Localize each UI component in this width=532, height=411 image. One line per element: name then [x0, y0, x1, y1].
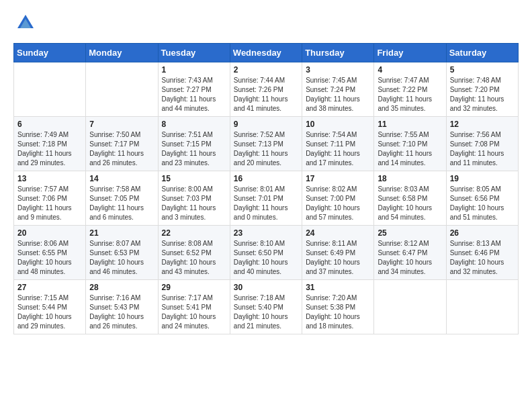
day-info: Sunrise: 7:55 AM Sunset: 7:10 PM Dayligh…: [378, 130, 442, 168]
calendar-cell: 14Sunrise: 7:58 AM Sunset: 7:05 PM Dayli…: [86, 171, 158, 226]
calendar-cell: 13Sunrise: 7:57 AM Sunset: 7:06 PM Dayli…: [14, 171, 86, 226]
page-header: [13, 13, 519, 32]
day-number: 26: [450, 228, 515, 238]
column-header-friday: Friday: [374, 44, 446, 62]
day-info: Sunrise: 7:15 AM Sunset: 5:44 PM Dayligh…: [17, 293, 82, 331]
calendar-table: SundayMondayTuesdayWednesdayThursdayFrid…: [13, 43, 519, 334]
day-info: Sunrise: 7:47 AM Sunset: 7:22 PM Dayligh…: [378, 76, 442, 113]
calendar-cell: 20Sunrise: 8:06 AM Sunset: 6:55 PM Dayli…: [14, 226, 86, 280]
day-number: 25: [378, 228, 442, 238]
day-number: 29: [162, 283, 226, 292]
day-info: Sunrise: 7:18 AM Sunset: 5:40 PM Dayligh…: [234, 293, 298, 331]
column-header-monday: Monday: [86, 44, 158, 62]
day-info: Sunrise: 7:54 AM Sunset: 7:11 PM Dayligh…: [306, 130, 370, 168]
calendar-cell: 4Sunrise: 7:47 AM Sunset: 7:22 PM Daylig…: [374, 62, 446, 117]
day-number: 10: [306, 120, 370, 129]
day-number: 17: [306, 174, 370, 183]
day-info: Sunrise: 8:01 AM Sunset: 7:01 PM Dayligh…: [234, 185, 298, 222]
calendar-week-row: 20Sunrise: 8:06 AM Sunset: 6:55 PM Dayli…: [14, 226, 519, 280]
calendar-cell: 26Sunrise: 8:13 AM Sunset: 6:46 PM Dayli…: [446, 226, 518, 280]
day-number: 19: [450, 174, 515, 183]
calendar-cell: 19Sunrise: 8:05 AM Sunset: 6:56 PM Dayli…: [446, 171, 518, 226]
day-info: Sunrise: 7:56 AM Sunset: 7:08 PM Dayligh…: [450, 130, 515, 168]
logo: [13, 13, 35, 32]
day-info: Sunrise: 8:07 AM Sunset: 6:53 PM Dayligh…: [89, 239, 154, 277]
day-info: Sunrise: 7:48 AM Sunset: 7:20 PM Dayligh…: [450, 76, 515, 113]
calendar-cell: 22Sunrise: 8:08 AM Sunset: 6:52 PM Dayli…: [158, 226, 230, 280]
day-number: 9: [234, 120, 298, 129]
calendar-cell: [374, 280, 446, 334]
calendar-cell: 15Sunrise: 8:00 AM Sunset: 7:03 PM Dayli…: [158, 171, 230, 226]
day-info: Sunrise: 8:03 AM Sunset: 6:58 PM Dayligh…: [378, 185, 442, 222]
day-info: Sunrise: 7:17 AM Sunset: 5:41 PM Dayligh…: [162, 293, 226, 331]
day-info: Sunrise: 8:10 AM Sunset: 6:50 PM Dayligh…: [234, 239, 298, 277]
day-number: 20: [17, 228, 82, 238]
day-number: 12: [450, 120, 515, 129]
calendar-cell: 11Sunrise: 7:55 AM Sunset: 7:10 PM Dayli…: [374, 117, 446, 171]
day-number: 24: [306, 228, 370, 238]
day-number: 3: [306, 65, 370, 75]
day-number: 6: [17, 120, 82, 129]
column-header-wednesday: Wednesday: [230, 44, 302, 62]
calendar-cell: 27Sunrise: 7:15 AM Sunset: 5:44 PM Dayli…: [14, 280, 86, 334]
calendar-cell: 21Sunrise: 8:07 AM Sunset: 6:53 PM Dayli…: [86, 226, 158, 280]
calendar-cell: 24Sunrise: 8:11 AM Sunset: 6:49 PM Dayli…: [302, 226, 374, 280]
day-number: 18: [378, 174, 442, 183]
calendar-cell: [86, 62, 158, 117]
day-number: 7: [89, 120, 154, 129]
day-info: Sunrise: 8:00 AM Sunset: 7:03 PM Dayligh…: [162, 185, 226, 222]
calendar-week-row: 27Sunrise: 7:15 AM Sunset: 5:44 PM Dayli…: [14, 280, 519, 334]
day-number: 13: [17, 174, 82, 183]
calendar-cell: 12Sunrise: 7:56 AM Sunset: 7:08 PM Dayli…: [446, 117, 518, 171]
calendar-cell: [446, 280, 518, 334]
column-header-saturday: Saturday: [446, 44, 518, 62]
day-info: Sunrise: 7:52 AM Sunset: 7:13 PM Dayligh…: [234, 130, 298, 168]
calendar-cell: 23Sunrise: 8:10 AM Sunset: 6:50 PM Dayli…: [230, 226, 302, 280]
calendar-cell: 18Sunrise: 8:03 AM Sunset: 6:58 PM Dayli…: [374, 171, 446, 226]
day-info: Sunrise: 7:43 AM Sunset: 7:27 PM Dayligh…: [162, 76, 226, 113]
calendar-cell: 5Sunrise: 7:48 AM Sunset: 7:20 PM Daylig…: [446, 62, 518, 117]
calendar-cell: 25Sunrise: 8:12 AM Sunset: 6:47 PM Dayli…: [374, 226, 446, 280]
day-number: 30: [234, 283, 298, 292]
logo-icon: [16, 13, 35, 32]
day-number: 4: [378, 65, 442, 75]
day-number: 16: [234, 174, 298, 183]
calendar-cell: 28Sunrise: 7:16 AM Sunset: 5:43 PM Dayli…: [86, 280, 158, 334]
day-info: Sunrise: 8:13 AM Sunset: 6:46 PM Dayligh…: [450, 239, 515, 277]
day-info: Sunrise: 7:45 AM Sunset: 7:24 PM Dayligh…: [306, 76, 370, 113]
day-number: 28: [89, 283, 154, 292]
day-number: 1: [162, 65, 226, 75]
day-number: 11: [378, 120, 442, 129]
calendar-cell: 3Sunrise: 7:45 AM Sunset: 7:24 PM Daylig…: [302, 62, 374, 117]
day-info: Sunrise: 8:12 AM Sunset: 6:47 PM Dayligh…: [378, 239, 442, 277]
column-header-sunday: Sunday: [14, 44, 86, 62]
calendar-cell: 10Sunrise: 7:54 AM Sunset: 7:11 PM Dayli…: [302, 117, 374, 171]
day-info: Sunrise: 7:57 AM Sunset: 7:06 PM Dayligh…: [17, 185, 82, 222]
day-number: 31: [306, 283, 370, 292]
calendar-cell: 29Sunrise: 7:17 AM Sunset: 5:41 PM Dayli…: [158, 280, 230, 334]
calendar-cell: 9Sunrise: 7:52 AM Sunset: 7:13 PM Daylig…: [230, 117, 302, 171]
column-header-tuesday: Tuesday: [158, 44, 230, 62]
day-info: Sunrise: 8:08 AM Sunset: 6:52 PM Dayligh…: [162, 239, 226, 277]
calendar-cell: [14, 62, 86, 117]
day-info: Sunrise: 7:58 AM Sunset: 7:05 PM Dayligh…: [89, 185, 154, 222]
calendar-cell: 30Sunrise: 7:18 AM Sunset: 5:40 PM Dayli…: [230, 280, 302, 334]
day-number: 27: [17, 283, 82, 292]
day-info: Sunrise: 8:05 AM Sunset: 6:56 PM Dayligh…: [450, 185, 515, 222]
day-info: Sunrise: 7:44 AM Sunset: 7:26 PM Dayligh…: [234, 76, 298, 113]
calendar-week-row: 13Sunrise: 7:57 AM Sunset: 7:06 PM Dayli…: [14, 171, 519, 226]
day-info: Sunrise: 8:11 AM Sunset: 6:49 PM Dayligh…: [306, 239, 370, 277]
day-info: Sunrise: 8:06 AM Sunset: 6:55 PM Dayligh…: [17, 239, 82, 277]
day-number: 8: [162, 120, 226, 129]
day-number: 5: [450, 65, 515, 75]
day-number: 2: [234, 65, 298, 75]
day-info: Sunrise: 7:20 AM Sunset: 5:38 PM Dayligh…: [306, 293, 370, 331]
calendar-cell: 1Sunrise: 7:43 AM Sunset: 7:27 PM Daylig…: [158, 62, 230, 117]
calendar-cell: 31Sunrise: 7:20 AM Sunset: 5:38 PM Dayli…: [302, 280, 374, 334]
day-info: Sunrise: 7:50 AM Sunset: 7:17 PM Dayligh…: [89, 130, 154, 168]
calendar-cell: 8Sunrise: 7:51 AM Sunset: 7:15 PM Daylig…: [158, 117, 230, 171]
calendar-cell: 16Sunrise: 8:01 AM Sunset: 7:01 PM Dayli…: [230, 171, 302, 226]
column-header-thursday: Thursday: [302, 44, 374, 62]
day-info: Sunrise: 7:51 AM Sunset: 7:15 PM Dayligh…: [162, 130, 226, 168]
day-number: 14: [89, 174, 154, 183]
